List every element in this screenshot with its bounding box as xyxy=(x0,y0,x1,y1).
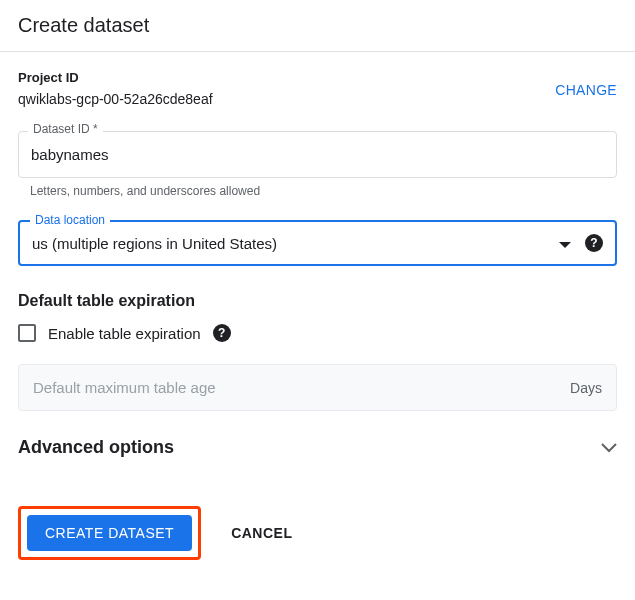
dataset-id-helper: Letters, numbers, and underscores allowe… xyxy=(30,184,617,198)
cancel-button[interactable]: CANCEL xyxy=(231,525,292,541)
dataset-id-field: Dataset ID * xyxy=(18,131,617,178)
max-table-age-unit: Days xyxy=(570,380,602,396)
help-icon[interactable]: ? xyxy=(585,234,603,252)
advanced-options-toggle[interactable]: Advanced options xyxy=(18,437,617,458)
dataset-id-label: Dataset ID * xyxy=(28,122,103,136)
dropdown-arrow-icon xyxy=(559,234,571,252)
enable-expiration-label: Enable table expiration xyxy=(48,325,201,342)
chevron-down-icon xyxy=(601,439,617,457)
dialog-actions: CREATE DATASET CANCEL xyxy=(18,506,617,560)
create-dataset-button[interactable]: CREATE DATASET xyxy=(27,515,192,551)
dialog-content: Project ID qwiklabs-gcp-00-52a26cde8eaf … xyxy=(0,52,635,578)
dialog-title: Create dataset xyxy=(18,14,617,37)
max-table-age-placeholder: Default maximum table age xyxy=(33,379,570,396)
project-info: Project ID qwiklabs-gcp-00-52a26cde8eaf xyxy=(18,70,213,107)
change-project-button[interactable]: CHANGE xyxy=(555,82,617,98)
enable-expiration-row: Enable table expiration ? xyxy=(18,324,617,342)
data-location-select[interactable]: Data location us (multiple regions in Un… xyxy=(18,220,617,266)
project-id-label: Project ID xyxy=(18,70,213,85)
max-table-age-field: Default maximum table age Days xyxy=(18,364,617,411)
dataset-id-input[interactable] xyxy=(18,131,617,178)
help-icon[interactable]: ? xyxy=(213,324,231,342)
enable-expiration-checkbox[interactable] xyxy=(18,324,36,342)
create-button-highlight: CREATE DATASET xyxy=(18,506,201,560)
data-location-label: Data location xyxy=(30,213,110,227)
dialog-header: Create dataset xyxy=(0,0,635,52)
data-location-value: us (multiple regions in United States) xyxy=(32,235,559,252)
project-id-value: qwiklabs-gcp-00-52a26cde8eaf xyxy=(18,91,213,107)
project-row: Project ID qwiklabs-gcp-00-52a26cde8eaf … xyxy=(18,70,617,107)
advanced-options-title: Advanced options xyxy=(18,437,174,458)
expiration-heading: Default table expiration xyxy=(18,292,617,310)
